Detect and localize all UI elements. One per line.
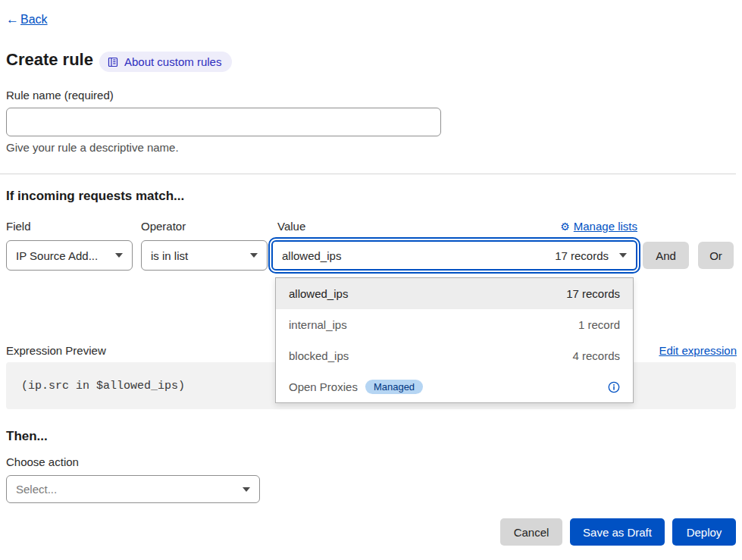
save-as-draft-button[interactable]: Save as Draft — [570, 518, 665, 546]
option-name: allowed_ips — [289, 287, 348, 300]
back-link-label[interactable]: Back — [20, 13, 48, 27]
managed-badge: Managed — [365, 380, 423, 394]
rule-name-label: Rule name (required) — [6, 89, 114, 102]
dropdown-option-blocked-ips[interactable]: blocked_ips 4 records — [276, 340, 633, 371]
value-select[interactable]: allowed_ips 17 records — [271, 240, 637, 271]
option-record-count: 1 record — [578, 318, 620, 331]
value-select-record-count: 17 records — [555, 249, 609, 262]
match-section-heading: If incoming requests match... — [6, 189, 184, 204]
expression-code: (ip.src in $allowed_ips) — [21, 380, 185, 393]
chevron-down-icon — [619, 253, 627, 258]
option-name: Open Proxies — [289, 380, 358, 393]
book-icon — [107, 56, 119, 68]
about-custom-rules-link[interactable]: About custom rules — [99, 52, 232, 72]
deploy-button[interactable]: Deploy — [672, 518, 736, 546]
page-title: Create rule — [6, 50, 93, 70]
field-select[interactable]: IP Source Add... — [6, 240, 133, 271]
dropdown-option-internal-ips[interactable]: internal_ips 1 record — [276, 309, 633, 340]
dropdown-option-allowed-ips[interactable]: allowed_ips 17 records — [276, 278, 633, 309]
manage-lists-label[interactable]: Manage lists — [574, 220, 637, 233]
expression-preview-label: Expression Preview — [6, 344, 106, 357]
manage-lists-link[interactable]: ⚙ Manage lists — [560, 220, 637, 233]
dropdown-option-open-proxies[interactable]: Open Proxies Managed — [276, 371, 633, 402]
action-select[interactable]: Select... — [6, 475, 260, 503]
field-label: Field — [6, 220, 31, 233]
gear-icon: ⚙ — [560, 221, 570, 233]
value-label: Value — [277, 220, 305, 233]
back-arrow-icon: ← — [6, 12, 19, 27]
option-name: internal_ips — [289, 318, 347, 331]
field-select-value: IP Source Add... — [16, 249, 98, 262]
section-divider — [0, 174, 736, 174]
edit-expression-link[interactable]: Edit expression — [659, 344, 737, 357]
operator-select-value: is in list — [151, 249, 188, 262]
action-select-placeholder: Select... — [16, 483, 57, 496]
about-custom-rules-label: About custom rules — [124, 55, 221, 68]
rule-name-input[interactable] — [6, 108, 441, 136]
back-link[interactable]: ← Back — [6, 12, 48, 27]
chevron-down-icon — [115, 253, 123, 258]
cancel-button[interactable]: Cancel — [500, 518, 562, 546]
and-button[interactable]: And — [643, 242, 689, 269]
option-record-count: 4 records — [572, 349, 620, 362]
then-section-heading: Then... — [6, 429, 48, 444]
option-name: blocked_ips — [289, 349, 349, 362]
or-button[interactable]: Or — [698, 242, 734, 269]
chevron-down-icon — [250, 253, 258, 258]
rule-name-helper-text: Give your rule a descriptive name. — [6, 141, 179, 154]
option-record-count: 17 records — [566, 287, 620, 300]
value-select-value: allowed_ips — [282, 249, 341, 262]
value-dropdown-panel: allowed_ips 17 records internal_ips 1 re… — [275, 277, 634, 403]
info-icon[interactable] — [608, 381, 620, 393]
choose-action-label: Choose action — [6, 455, 79, 468]
operator-select[interactable]: is in list — [141, 240, 268, 271]
chevron-down-icon — [243, 487, 250, 492]
operator-label: Operator — [141, 220, 186, 233]
